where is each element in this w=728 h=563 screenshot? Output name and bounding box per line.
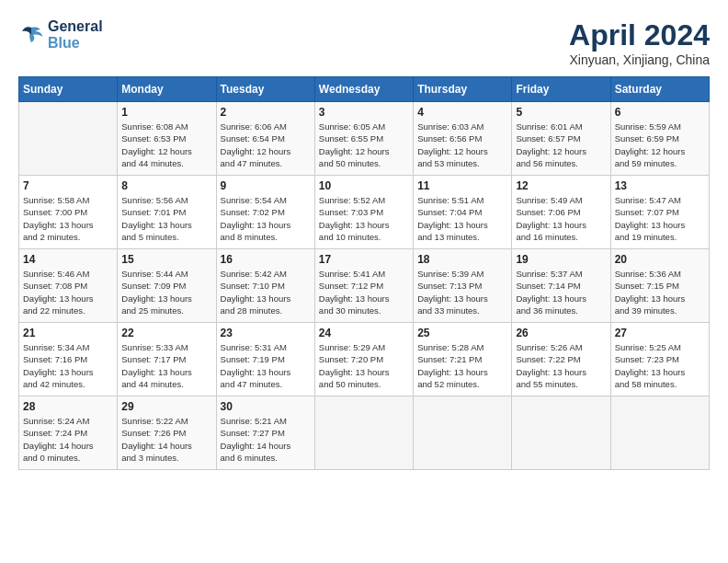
- day-number: 5: [516, 106, 606, 119]
- day-number: 26: [516, 327, 606, 339]
- day-info: Sunrise: 5:24 AM Sunset: 7:24 PM Dayligh…: [23, 415, 113, 464]
- calendar-cell: 5Sunrise: 6:01 AM Sunset: 6:57 PM Daylig…: [512, 102, 610, 176]
- day-number: 21: [23, 327, 113, 339]
- day-number: 20: [615, 253, 705, 266]
- calendar-cell: 10Sunrise: 5:52 AM Sunset: 7:03 PM Dayli…: [314, 176, 413, 249]
- day-number: 3: [319, 106, 409, 119]
- day-number: 29: [121, 400, 211, 413]
- week-row-4: 21Sunrise: 5:34 AM Sunset: 7:16 PM Dayli…: [19, 323, 710, 396]
- day-number: 2: [221, 106, 311, 119]
- calendar-cell: 21Sunrise: 5:34 AM Sunset: 7:16 PM Dayli…: [19, 323, 118, 396]
- week-row-3: 14Sunrise: 5:46 AM Sunset: 7:08 PM Dayli…: [19, 249, 710, 323]
- day-number: 14: [23, 253, 113, 266]
- header-tuesday: Tuesday: [216, 77, 314, 102]
- calendar-cell: 14Sunrise: 5:46 AM Sunset: 7:08 PM Dayli…: [19, 249, 118, 323]
- day-info: Sunrise: 5:21 AM Sunset: 7:27 PM Dayligh…: [221, 415, 311, 464]
- calendar-cell: 11Sunrise: 5:51 AM Sunset: 7:04 PM Dayli…: [414, 176, 512, 249]
- day-info: Sunrise: 5:25 AM Sunset: 7:23 PM Dayligh…: [615, 341, 705, 390]
- calendar-cell: 7Sunrise: 5:58 AM Sunset: 7:00 PM Daylig…: [19, 176, 118, 249]
- day-info: Sunrise: 5:34 AM Sunset: 7:16 PM Dayligh…: [23, 341, 113, 390]
- week-row-5: 28Sunrise: 5:24 AM Sunset: 7:24 PM Dayli…: [19, 396, 710, 470]
- calendar-cell: 15Sunrise: 5:44 AM Sunset: 7:09 PM Dayli…: [118, 249, 216, 323]
- header-saturday: Saturday: [610, 77, 709, 102]
- day-number: 11: [417, 179, 507, 192]
- calendar-cell: 28Sunrise: 5:24 AM Sunset: 7:24 PM Dayli…: [19, 396, 118, 470]
- calendar-cell: 27Sunrise: 5:25 AM Sunset: 7:23 PM Dayli…: [610, 323, 709, 396]
- day-number: 30: [221, 400, 311, 413]
- day-number: 23: [221, 327, 311, 339]
- calendar-cell: 3Sunrise: 6:05 AM Sunset: 6:55 PM Daylig…: [314, 102, 413, 176]
- day-info: Sunrise: 6:01 AM Sunset: 6:57 PM Dayligh…: [516, 121, 606, 169]
- week-row-1: 1Sunrise: 6:08 AM Sunset: 6:53 PM Daylig…: [19, 102, 710, 176]
- day-info: Sunrise: 6:06 AM Sunset: 6:54 PM Dayligh…: [221, 121, 311, 169]
- day-info: Sunrise: 5:29 AM Sunset: 7:20 PM Dayligh…: [319, 341, 409, 390]
- day-number: 4: [417, 106, 507, 119]
- location: Xinyuan, Xinjiang, China: [569, 52, 710, 67]
- header-wednesday: Wednesday: [314, 77, 413, 102]
- calendar-cell: 6Sunrise: 5:59 AM Sunset: 6:59 PM Daylig…: [610, 102, 709, 176]
- day-info: Sunrise: 5:51 AM Sunset: 7:04 PM Dayligh…: [417, 194, 507, 243]
- day-number: 19: [516, 253, 606, 266]
- day-number: 24: [319, 327, 409, 339]
- calendar-cell: 24Sunrise: 5:29 AM Sunset: 7:20 PM Dayli…: [314, 323, 413, 396]
- day-info: Sunrise: 5:47 AM Sunset: 7:07 PM Dayligh…: [615, 194, 705, 243]
- calendar-table: SundayMondayTuesdayWednesdayThursdayFrid…: [18, 76, 710, 470]
- calendar-cell: 8Sunrise: 5:56 AM Sunset: 7:01 PM Daylig…: [118, 176, 216, 249]
- day-info: Sunrise: 5:59 AM Sunset: 6:59 PM Dayligh…: [615, 121, 705, 169]
- calendar-cell: [314, 396, 413, 470]
- day-info: Sunrise: 6:03 AM Sunset: 6:56 PM Dayligh…: [417, 121, 507, 169]
- day-number: 25: [417, 327, 507, 339]
- calendar-cell: 12Sunrise: 5:49 AM Sunset: 7:06 PM Dayli…: [512, 176, 610, 249]
- calendar-cell: 13Sunrise: 5:47 AM Sunset: 7:07 PM Dayli…: [610, 176, 709, 249]
- day-info: Sunrise: 6:08 AM Sunset: 6:53 PM Dayligh…: [121, 121, 211, 169]
- calendar-cell: 25Sunrise: 5:28 AM Sunset: 7:21 PM Dayli…: [414, 323, 512, 396]
- page-header: General Blue April 2024 Xinyuan, Xinjian…: [18, 18, 710, 67]
- calendar-cell: [512, 396, 610, 470]
- month-title: April 2024: [569, 18, 710, 52]
- calendar-cell: 9Sunrise: 5:54 AM Sunset: 7:02 PM Daylig…: [216, 176, 314, 249]
- calendar-cell: 19Sunrise: 5:37 AM Sunset: 7:14 PM Dayli…: [512, 249, 610, 323]
- day-number: 12: [516, 179, 606, 192]
- day-number: 9: [221, 179, 311, 192]
- calendar-cell: [414, 396, 512, 470]
- day-info: Sunrise: 5:26 AM Sunset: 7:22 PM Dayligh…: [516, 341, 606, 390]
- calendar-cell: 4Sunrise: 6:03 AM Sunset: 6:56 PM Daylig…: [414, 102, 512, 176]
- calendar-cell: 30Sunrise: 5:21 AM Sunset: 7:27 PM Dayli…: [216, 396, 314, 470]
- calendar-cell: 16Sunrise: 5:42 AM Sunset: 7:10 PM Dayli…: [216, 249, 314, 323]
- title-block: April 2024 Xinyuan, Xinjiang, China: [569, 18, 710, 67]
- calendar-cell: 20Sunrise: 5:36 AM Sunset: 7:15 PM Dayli…: [610, 249, 709, 323]
- calendar-cell: 18Sunrise: 5:39 AM Sunset: 7:13 PM Dayli…: [414, 249, 512, 323]
- calendar-cell: 26Sunrise: 5:26 AM Sunset: 7:22 PM Dayli…: [512, 323, 610, 396]
- day-info: Sunrise: 5:39 AM Sunset: 7:13 PM Dayligh…: [417, 268, 507, 316]
- calendar-cell: 1Sunrise: 6:08 AM Sunset: 6:53 PM Daylig…: [118, 102, 216, 176]
- day-number: 10: [319, 179, 409, 192]
- day-info: Sunrise: 5:33 AM Sunset: 7:17 PM Dayligh…: [121, 341, 211, 390]
- day-number: 28: [23, 400, 113, 413]
- logo-icon: [18, 24, 44, 46]
- calendar-cell: 29Sunrise: 5:22 AM Sunset: 7:26 PM Dayli…: [118, 396, 216, 470]
- day-info: Sunrise: 5:49 AM Sunset: 7:06 PM Dayligh…: [516, 194, 606, 243]
- day-number: 15: [121, 253, 211, 266]
- day-info: Sunrise: 5:41 AM Sunset: 7:12 PM Dayligh…: [319, 268, 409, 316]
- header-row: SundayMondayTuesdayWednesdayThursdayFrid…: [19, 77, 710, 102]
- day-number: 22: [121, 327, 211, 339]
- day-number: 13: [615, 179, 705, 192]
- day-number: 7: [23, 179, 113, 192]
- header-friday: Friday: [512, 77, 610, 102]
- calendar-cell: 22Sunrise: 5:33 AM Sunset: 7:17 PM Dayli…: [118, 323, 216, 396]
- day-number: 8: [121, 179, 211, 192]
- calendar-cell: 23Sunrise: 5:31 AM Sunset: 7:19 PM Dayli…: [216, 323, 314, 396]
- day-info: Sunrise: 5:36 AM Sunset: 7:15 PM Dayligh…: [615, 268, 705, 316]
- day-info: Sunrise: 5:54 AM Sunset: 7:02 PM Dayligh…: [221, 194, 311, 243]
- day-info: Sunrise: 5:52 AM Sunset: 7:03 PM Dayligh…: [319, 194, 409, 243]
- header-monday: Monday: [118, 77, 216, 102]
- day-info: Sunrise: 5:44 AM Sunset: 7:09 PM Dayligh…: [121, 268, 211, 316]
- day-info: Sunrise: 5:37 AM Sunset: 7:14 PM Dayligh…: [516, 268, 606, 316]
- day-info: Sunrise: 5:22 AM Sunset: 7:26 PM Dayligh…: [121, 415, 211, 464]
- day-number: 6: [615, 106, 705, 119]
- day-number: 1: [121, 106, 211, 119]
- logo: General Blue: [18, 18, 103, 52]
- day-info: Sunrise: 5:56 AM Sunset: 7:01 PM Dayligh…: [121, 194, 211, 243]
- calendar-cell: 17Sunrise: 5:41 AM Sunset: 7:12 PM Dayli…: [314, 249, 413, 323]
- header-sunday: Sunday: [19, 77, 118, 102]
